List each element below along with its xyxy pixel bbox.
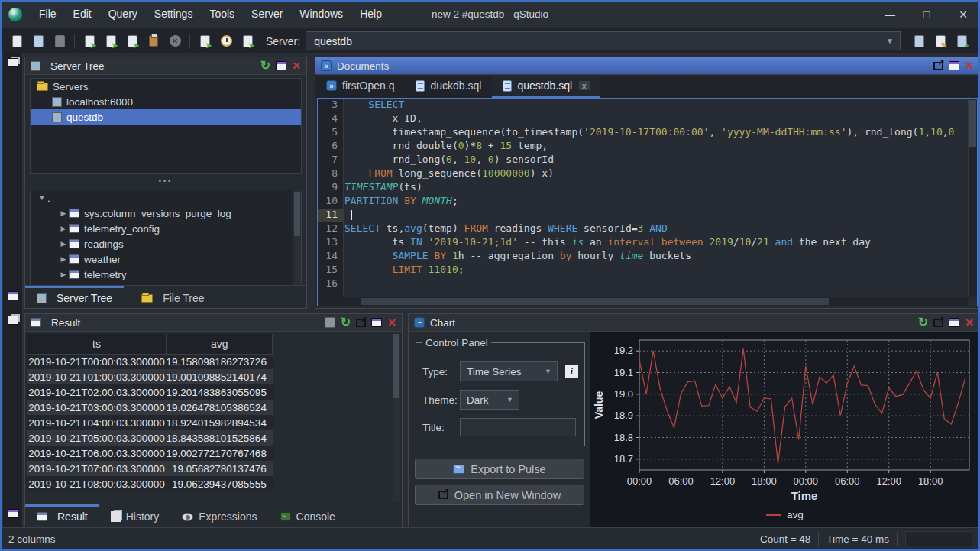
info-icon[interactable]: i bbox=[565, 365, 578, 378]
tree-item-questdb[interactable]: questdb bbox=[31, 109, 301, 125]
column-header-avg[interactable]: avg bbox=[167, 334, 273, 354]
new-file-button[interactable] bbox=[7, 31, 27, 51]
sql-editor[interactable]: 345678910111213141516 SELECT x ID, times… bbox=[317, 98, 978, 306]
send-query-button[interactable]: ➤ bbox=[195, 31, 215, 51]
open-in-new-window-button[interactable]: Open in New Window bbox=[415, 485, 584, 505]
refresh-icon[interactable]: ↻ bbox=[918, 316, 928, 329]
server-combobox[interactable]: questdb ▼ bbox=[306, 31, 901, 50]
close-tab-icon[interactable]: x bbox=[579, 81, 590, 90]
table-row[interactable]: 2019-10-21T04:00:03.30000018.92401598289… bbox=[27, 415, 273, 430]
table-row[interactable]: 2019-10-21T08:00:03.30000019.06239437085… bbox=[27, 476, 273, 491]
table-row[interactable]: 2019-10-21T07:00:03.30000019.05682780137… bbox=[27, 461, 273, 476]
maximize-button[interactable]: □ bbox=[920, 8, 933, 21]
code-line bbox=[344, 277, 968, 291]
window-icon[interactable] bbox=[276, 61, 286, 70]
result-vertical-scrollbar[interactable] bbox=[393, 334, 400, 502]
timeseries-chart[interactable]: 18.718.818.919.019.119.200:0006:0012:001… bbox=[590, 332, 979, 527]
minimize-button[interactable]: — bbox=[884, 8, 896, 21]
open-file-button[interactable] bbox=[28, 31, 48, 51]
copy-server-button[interactable] bbox=[909, 31, 929, 51]
run-line-button[interactable]: ➤ bbox=[101, 31, 121, 51]
tree-item-servers-root[interactable]: Servers bbox=[31, 79, 301, 94]
tree-item-table[interactable]: ▶telemetry bbox=[31, 267, 301, 282]
menubar: FileEditQuerySettingsToolsServerWindowsH… bbox=[2, 2, 978, 27]
tab-questdb.sql[interactable]: questdb.sqlx bbox=[492, 76, 600, 98]
tab-history[interactable]: History bbox=[99, 504, 171, 527]
menu-server[interactable]: Server bbox=[243, 2, 291, 27]
tree-item-table[interactable]: ▶telemetry_config bbox=[31, 221, 301, 236]
window-icon[interactable] bbox=[949, 61, 959, 70]
menu-tools[interactable]: Tools bbox=[201, 2, 243, 27]
close-button[interactable]: ✕ bbox=[957, 8, 969, 21]
export-to-pulse-button[interactable]: Export to Pulse bbox=[415, 459, 584, 479]
window-icon[interactable] bbox=[949, 318, 959, 327]
column-header-ts[interactable]: ts bbox=[27, 334, 167, 354]
run-file-button[interactable]: ➤ bbox=[122, 31, 142, 51]
tree-item-table[interactable]: ▶weather bbox=[31, 251, 301, 267]
menu-windows[interactable]: Windows bbox=[291, 2, 351, 27]
run-script-button[interactable]: ➤ bbox=[238, 31, 257, 51]
add-server-button[interactable]: + bbox=[952, 31, 972, 51]
close-icon[interactable]: ✕ bbox=[965, 316, 974, 329]
menu-edit[interactable]: Edit bbox=[65, 2, 100, 27]
window-controls: — □ ✕ bbox=[884, 2, 969, 27]
cancel-query-button[interactable]: ✕ bbox=[165, 31, 185, 51]
window-icon[interactable] bbox=[8, 291, 18, 300]
close-icon[interactable]: ✕ bbox=[292, 60, 301, 72]
code-line: LIMIT 11010; bbox=[344, 264, 968, 277]
code-area[interactable]: SELECT x ID, timestamp_sequence(to_times… bbox=[344, 99, 968, 297]
refresh-icon[interactable]: ↻ bbox=[341, 316, 351, 329]
restore-panels-icon[interactable] bbox=[8, 316, 18, 325]
type-select[interactable]: Time Series ▼ bbox=[460, 361, 558, 381]
edit-server-button[interactable]: ✎ bbox=[930, 31, 950, 51]
table-row[interactable]: 2019-10-21T05:00:03.30000018.84358810152… bbox=[27, 430, 273, 446]
chart-title-input[interactable] bbox=[460, 418, 576, 436]
popout-icon[interactable] bbox=[933, 319, 943, 327]
tab-file-tree[interactable]: File Tree bbox=[124, 286, 215, 308]
theme-select[interactable]: Dark ▼ bbox=[460, 390, 519, 410]
tree-item-db-root[interactable]: ▼. bbox=[31, 190, 301, 206]
tab-expressions[interactable]: Expressions bbox=[170, 504, 268, 527]
window-icon[interactable] bbox=[371, 318, 382, 327]
close-icon[interactable]: ✕ bbox=[387, 316, 396, 329]
tree-item-localhost:6000[interactable]: localhost:6000 bbox=[31, 94, 301, 109]
tab-duckdb.sql[interactable]: duckdb.sql bbox=[405, 76, 492, 98]
scrollbar[interactable] bbox=[293, 190, 301, 287]
refresh-icon[interactable]: ↻ bbox=[260, 60, 270, 72]
tab-firstOpen.q[interactable]: »firstOpen.q bbox=[315, 76, 405, 98]
tab-server-tree[interactable]: Server Tree bbox=[25, 286, 124, 308]
splitter-handle[interactable]: ••• bbox=[25, 177, 306, 186]
menu-query[interactable]: Query bbox=[100, 2, 146, 27]
tree-item-table[interactable]: ▶readings bbox=[31, 236, 301, 251]
table-row[interactable]: 2019-10-21T01:00:03.30000019.00109885214… bbox=[27, 369, 273, 384]
refresh-timer-button[interactable] bbox=[216, 31, 236, 51]
restore-panels-icon[interactable] bbox=[8, 58, 18, 67]
table-row[interactable]: 2019-10-21T02:00:03.30000019.20148386305… bbox=[27, 384, 273, 400]
theme-label: Theme: bbox=[422, 394, 460, 406]
editor-horizontal-scrollbar[interactable] bbox=[318, 297, 968, 306]
export-to-pulse-label: Export to Pulse bbox=[471, 463, 545, 475]
table-row[interactable]: 2019-10-21T03:00:03.30000019.02647810538… bbox=[27, 400, 273, 415]
line-number: 11 bbox=[318, 209, 343, 222]
table-icon bbox=[69, 224, 79, 233]
send-query-icon: ➤ bbox=[200, 35, 210, 47]
export-icon[interactable] bbox=[325, 317, 335, 328]
table-row[interactable]: 2019-10-21T06:00:03.30000019.00277217076… bbox=[27, 446, 273, 461]
paste-button[interactable] bbox=[144, 31, 163, 51]
editor-vertical-scrollbar[interactable] bbox=[968, 99, 977, 297]
menu-help[interactable]: Help bbox=[351, 2, 390, 27]
tab-console[interactable]: >Console bbox=[269, 504, 347, 527]
result-table[interactable]: tsavg 2019-10-21T00:00:03.30000019.15809… bbox=[27, 334, 273, 491]
close-icon[interactable]: ✕ bbox=[965, 60, 974, 72]
code-line: SELECT bbox=[344, 99, 968, 112]
run-query-button[interactable]: ➤ bbox=[79, 31, 99, 51]
window-icon[interactable] bbox=[8, 509, 18, 518]
menu-settings[interactable]: Settings bbox=[146, 2, 202, 27]
menu-file[interactable]: File bbox=[31, 2, 65, 27]
table-row[interactable]: 2019-10-21T00:00:03.30000019.15809818627… bbox=[27, 354, 273, 369]
popout-icon[interactable] bbox=[356, 319, 366, 327]
tree-item-table[interactable]: ▶sys.column_versions_purge_log bbox=[31, 206, 301, 221]
tab-result[interactable]: Result bbox=[25, 504, 99, 527]
popout-icon[interactable] bbox=[933, 62, 943, 70]
save-button[interactable] bbox=[50, 31, 70, 51]
